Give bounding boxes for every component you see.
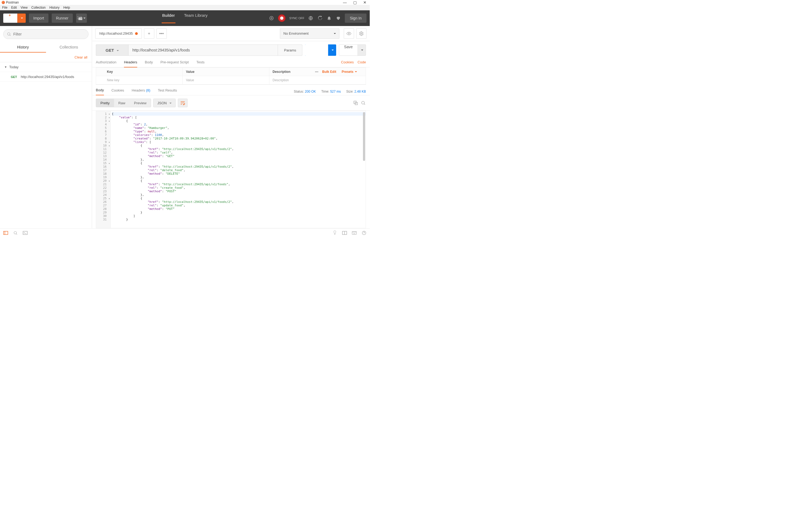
url-input-wrap[interactable] [128, 45, 278, 56]
format-label: JSON [157, 101, 167, 105]
code-link[interactable]: Code [358, 60, 366, 67]
presets-dropdown[interactable]: Presets [342, 70, 357, 74]
scrollbar[interactable] [363, 112, 365, 161]
sidebar-toggle-icon[interactable] [3, 231, 8, 235]
bootcamp-icon[interactable] [332, 231, 337, 235]
line-gutter: 1▾2▾3▾456789▾10▾1112131415▾1617181920▾21… [96, 111, 111, 228]
history-item-method: GET [11, 75, 17, 79]
tab-team-library[interactable]: Team Library [184, 13, 208, 23]
new-key-input[interactable]: New key [96, 76, 183, 84]
sign-in-button[interactable]: Sign In [345, 14, 366, 23]
menu-help[interactable]: Help [63, 6, 70, 9]
clear-all-link[interactable]: Clear all [0, 53, 92, 62]
view-mode-segment: Pretty Raw Preview [96, 99, 151, 107]
menu-edit[interactable]: Edit [11, 6, 17, 9]
history-item[interactable]: GET http://localhost:29435/api/v1/foods [0, 72, 92, 82]
new-desc-input[interactable]: Description [269, 76, 366, 84]
bulk-edit-link[interactable]: Bulk Edit [322, 70, 336, 74]
view-pretty[interactable]: Pretty [96, 99, 114, 107]
request-bar: GET Params Send Save [92, 41, 370, 56]
send-button[interactable]: Send [305, 45, 336, 56]
help-icon[interactable] [362, 231, 366, 235]
new-tab-button[interactable]: + [144, 28, 154, 39]
tab-options-button[interactable]: ••• [157, 28, 167, 39]
send-dropdown-caret[interactable] [328, 45, 336, 56]
sync-status-icon[interactable] [278, 15, 285, 22]
menu-view[interactable]: View [21, 6, 28, 9]
url-input[interactable] [132, 48, 274, 52]
svg-rect-14 [3, 231, 8, 235]
tab-resp-body[interactable]: Body [96, 88, 104, 95]
menu-history[interactable]: History [50, 6, 60, 9]
chevron-down-icon: ▼ [4, 66, 7, 69]
send-label: Send [305, 45, 328, 56]
view-raw[interactable]: Raw [114, 99, 130, 107]
svg-point-9 [361, 33, 362, 34]
menu-collection[interactable]: Collection [31, 6, 46, 9]
cookies-link[interactable]: Cookies [341, 60, 354, 67]
method-select[interactable]: GET [96, 45, 128, 56]
copy-response-icon[interactable] [353, 100, 358, 106]
more-options-icon[interactable]: ••• [315, 70, 318, 74]
save-button[interactable]: Save [339, 45, 366, 56]
svg-line-17 [16, 233, 17, 234]
window-minimize-icon[interactable]: — [343, 0, 347, 5]
history-group-label: Today [9, 65, 19, 69]
capture-icon[interactable] [269, 16, 274, 21]
heart-icon[interactable] [336, 16, 341, 21]
response-meta: Status: 200 OK Time: 527 ms Size: 2.48 K… [294, 89, 366, 94]
new-button[interactable]: +New [3, 14, 26, 23]
wrap-lines-button[interactable] [178, 99, 188, 107]
new-dropdown-caret[interactable] [17, 14, 26, 23]
window-title: Postman [6, 1, 19, 4]
sidebar-tab-collections[interactable]: Collections [46, 42, 92, 53]
import-label: Import [33, 16, 44, 20]
response-code[interactable]: { "value": [ { "id": 2, "name": "Hamburg… [111, 111, 366, 228]
tab-headers[interactable]: Headers [124, 60, 137, 68]
two-pane-icon[interactable] [342, 231, 347, 235]
tab-body[interactable]: Body [145, 60, 153, 67]
environment-settings-button[interactable] [356, 28, 366, 39]
tab-tests[interactable]: Tests [196, 60, 204, 67]
search-response-icon[interactable] [361, 100, 366, 106]
window-restore-icon[interactable]: ▢ [353, 0, 357, 5]
history-group-today[interactable]: ▼ Today [0, 62, 92, 72]
view-preview[interactable]: Preview [130, 99, 151, 107]
keyboard-icon[interactable] [352, 231, 357, 235]
filter-input-wrap[interactable] [3, 29, 88, 39]
quick-look-button[interactable] [344, 28, 354, 39]
tab-prerequest[interactable]: Pre-request Script [161, 60, 189, 67]
request-tab-bar: http://localhost:29435 + ••• No Environm… [92, 26, 370, 41]
import-button[interactable]: Import [29, 14, 49, 23]
chevron-down-icon [354, 70, 357, 74]
svg-point-3 [270, 16, 273, 20]
window-close-icon[interactable]: ✕ [363, 0, 366, 5]
filter-input[interactable] [13, 32, 85, 36]
new-button-label: New [6, 19, 13, 23]
save-dropdown-caret[interactable] [358, 45, 366, 55]
svg-text:+: + [80, 17, 82, 20]
request-section-tabs: Authorization Headers Body Pre-request S… [92, 56, 370, 68]
interceptor-icon[interactable] [317, 16, 323, 21]
find-icon[interactable] [13, 231, 18, 235]
chevron-down-icon [116, 48, 119, 53]
browse-icon[interactable] [308, 16, 313, 21]
tab-resp-cookies[interactable]: Cookies [112, 88, 124, 95]
tab-builder[interactable]: Builder [162, 13, 175, 23]
environment-select[interactable]: No Environment [280, 28, 339, 39]
window-layout-button[interactable]: + [76, 14, 87, 23]
runner-button[interactable]: Runner [52, 14, 73, 23]
sidebar-tab-history[interactable]: History [0, 42, 46, 53]
params-button[interactable]: Params [278, 45, 302, 56]
col-description: Description [273, 70, 290, 74]
svg-rect-18 [23, 231, 27, 235]
menu-file[interactable]: File [2, 6, 7, 9]
tab-authorization[interactable]: Authorization [96, 60, 116, 67]
notifications-icon[interactable] [327, 16, 332, 21]
format-select[interactable]: JSON [153, 99, 176, 107]
tab-resp-headers[interactable]: Headers (8) [132, 88, 150, 95]
console-icon[interactable] [23, 231, 28, 235]
tab-resp-testresults[interactable]: Test Results [158, 88, 177, 95]
new-value-input[interactable]: Value [183, 76, 269, 84]
request-tab[interactable]: http://localhost:29435 [95, 28, 142, 39]
